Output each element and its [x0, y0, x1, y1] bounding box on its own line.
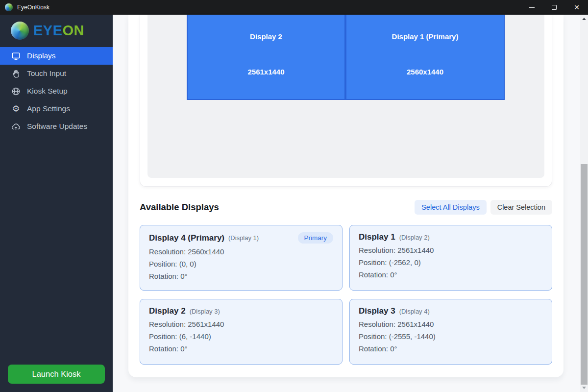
- primary-badge: Primary: [298, 232, 334, 244]
- vertical-scrollbar[interactable]: [580, 15, 588, 392]
- display-card-resolution: Resolution: 2561x1440: [359, 320, 543, 328]
- display-preview-name: Display 1 (Primary): [346, 32, 504, 41]
- display-preview-1-primary[interactable]: Display 1 (Primary) 2560x1440: [345, 15, 505, 100]
- close-icon: ✕: [574, 4, 580, 11]
- maximize-button[interactable]: [543, 0, 565, 15]
- sidebar-item-displays[interactable]: Displays: [0, 47, 113, 65]
- monitor-icon: [11, 51, 21, 61]
- sidebar-item-label: App Settings: [27, 104, 70, 113]
- display-card-subtitle: (Display 2): [399, 234, 430, 241]
- sidebar: EYEON Displays Touch Input Kiosk Setup ⚙…: [0, 15, 113, 392]
- window-title: EyeOnKiosk: [17, 4, 49, 11]
- close-button[interactable]: ✕: [565, 0, 588, 15]
- display-card-rotation: Rotation: 0°: [359, 344, 543, 353]
- sidebar-item-app-settings[interactable]: ⚙ App Settings: [0, 100, 113, 118]
- title-bar: EyeOnKiosk ✕: [0, 0, 588, 15]
- minimize-button[interactable]: [520, 0, 543, 15]
- scroll-down-arrow-icon[interactable]: [582, 387, 586, 389]
- minimize-icon: [529, 7, 535, 8]
- gear-icon: ⚙: [11, 104, 21, 114]
- display-preview-resolution: 2560x1440: [346, 68, 504, 76]
- display-arrangement-canvas: Display 2 2561x1440 Display 1 (Primary) …: [147, 15, 544, 178]
- hand-icon: [11, 69, 21, 78]
- display-card-subtitle: (Display 1): [228, 234, 259, 242]
- display-card-title: Display 2: [149, 306, 186, 316]
- display-card-4-primary[interactable]: Display 4 (Primary) (Display 1) Primary …: [140, 225, 343, 291]
- logo-eye-text: EYE: [33, 23, 63, 38]
- displays-panel: Display 2 2561x1440 Display 1 (Primary) …: [128, 15, 564, 377]
- display-preview-2[interactable]: Display 2 2561x1440: [187, 15, 345, 100]
- display-card-resolution: Resolution: 2561x1440: [149, 320, 333, 328]
- available-displays-heading: Available Displays: [140, 202, 219, 213]
- select-all-displays-button[interactable]: Select All Displays: [415, 200, 486, 215]
- display-card-1[interactable]: Display 1 (Display 2) Resolution: 2561x1…: [349, 225, 552, 291]
- display-card-subtitle: (Display 3): [190, 308, 220, 315]
- main-content: Display 2 2561x1440 Display 1 (Primary) …: [113, 15, 588, 392]
- display-card-rotation: Rotation: 0°: [149, 344, 333, 353]
- display-preview-resolution: 2561x1440: [188, 68, 344, 76]
- cloud-upload-icon: [11, 122, 21, 131]
- scroll-up-arrow-icon[interactable]: [582, 18, 586, 20]
- display-card-title: Display 4 (Primary): [149, 233, 224, 243]
- sidebar-item-touch-input[interactable]: Touch Input: [0, 65, 113, 82]
- sidebar-item-label: Kiosk Setup: [27, 87, 68, 96]
- display-card-resolution: Resolution: 2560x1440: [149, 247, 333, 256]
- display-cards-grid: Display 4 (Primary) (Display 1) Primary …: [140, 225, 552, 365]
- display-card-3[interactable]: Display 3 (Display 4) Resolution: 2561x1…: [349, 299, 552, 365]
- sidebar-item-kiosk-setup[interactable]: Kiosk Setup: [0, 82, 113, 100]
- available-displays-header: Available Displays Select All Displays C…: [140, 200, 552, 215]
- logo-on-text: ON: [63, 23, 85, 38]
- display-card-position: Position: (6, -1440): [149, 332, 333, 341]
- display-card-title: Display 3: [359, 306, 395, 316]
- display-arrangement-card: Display 2 2561x1440 Display 1 (Primary) …: [140, 15, 552, 187]
- display-card-subtitle: (Display 4): [399, 308, 430, 315]
- sidebar-item-label: Software Updates: [27, 122, 87, 131]
- display-card-position: Position: (0, 0): [149, 260, 333, 268]
- logo-wordmark: EYEON: [33, 24, 84, 38]
- sidebar-item-label: Displays: [27, 51, 56, 60]
- display-preview-name: Display 2: [188, 32, 344, 41]
- maximize-icon: [552, 5, 557, 10]
- display-card-rotation: Rotation: 0°: [359, 270, 543, 279]
- window-controls: ✕: [520, 0, 588, 15]
- app-logo-icon: [5, 3, 13, 11]
- display-card-position: Position: (-2555, -1440): [359, 332, 543, 341]
- sidebar-item-software-updates[interactable]: Software Updates: [0, 118, 113, 135]
- display-card-rotation: Rotation: 0°: [149, 272, 333, 280]
- launch-kiosk-button[interactable]: Launch Kiosk: [8, 365, 105, 384]
- clear-selection-button[interactable]: Clear Selection: [490, 200, 552, 215]
- eyeon-globe-icon: [11, 22, 29, 40]
- display-card-resolution: Resolution: 2561x1440: [359, 246, 543, 254]
- display-card-position: Position: (-2562, 0): [359, 258, 543, 267]
- display-card-2[interactable]: Display 2 (Display 3) Resolution: 2561x1…: [140, 299, 343, 365]
- brand-logo: EYEON: [0, 15, 113, 47]
- display-card-title: Display 1: [359, 232, 395, 242]
- globe-icon: [11, 87, 21, 96]
- sidebar-item-label: Touch Input: [27, 69, 66, 78]
- scrollbar-thumb[interactable]: [581, 164, 588, 385]
